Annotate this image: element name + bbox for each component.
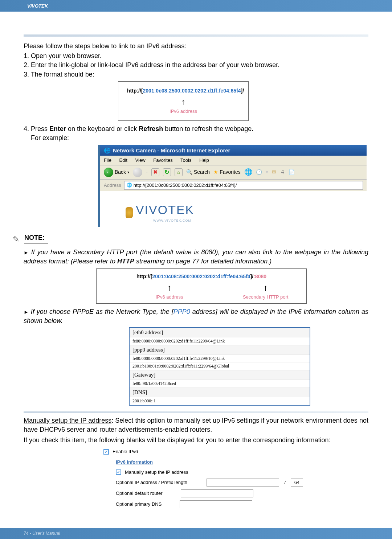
accent-line [24,411,368,413]
optional-router-label: Optional default router [116,490,163,497]
back-arrow-icon: ← [104,168,113,177]
address-label: Address [104,182,121,189]
step-2: 2. Enter the link-global or link-local I… [24,61,368,70]
ppp0-value-1: fe80:0000:0000:0000:0202:d1ff:fe11:2299/… [130,355,310,363]
vivotek-logo-icon [126,207,133,218]
eth0-label: [eth0 address] [130,328,310,337]
ipv6-info-section-title: IPv6 information [116,459,303,465]
url-suffix: / [242,88,244,94]
intro-text: Please follow the steps below to link to… [24,42,368,51]
ie-address-bar: Address 🌐 http://[2001:0c08:2500:0002:02… [100,180,367,191]
ie-menu-favorites[interactable]: Favorites [153,157,172,163]
ipv6-form: ✔ Enable IPv6 IPv6 information ✔ Manuall… [103,447,303,510]
ie-address-input[interactable]: 🌐 http://[2001:0c08:2500:0002:0202:d1ff:… [124,181,363,190]
dns-label: [DNS] [130,388,310,397]
secondary-port: 8080 [255,274,266,279]
ie-stop-button[interactable]: ✖ [151,168,159,176]
url-label-ipv6: IPv6 address [127,108,240,115]
refresh-icon: ↻ [164,168,169,176]
ie-refresh-button[interactable]: ↻ [163,168,171,176]
gateway-value: fe80::90:1a00:4142:8ced [130,380,310,388]
manual-setup-checkbox[interactable]: ✔ [116,469,121,475]
url-format-box: http://[2001:0c08:2500:0002:0202:d1ff:fe… [118,81,249,121]
enable-ipv6-label: Enable IPv6 [113,448,138,455]
step-4: 4. Press Enter on the keyboard or click … [24,124,368,134]
up-arrow-icon: ↑ [233,282,298,294]
pencil-icon: ✎ [13,234,21,243]
ie-media-button[interactable]: 🌐 [244,168,252,177]
ie-screenshot: 🌐Network Camera - Microsoft Internet Exp… [98,145,367,227]
optional-dns-label: Optional primary DNS [116,501,162,508]
prefix-length-input[interactable]: 64 [291,479,303,487]
ie-menu-edit[interactable]: Edit [119,157,127,163]
note-item-1: ► If you have a Secondary HTTP port (the… [24,248,368,266]
ie-search-button[interactable]: 🔍Search [186,169,210,176]
star-icon: ★ [213,169,218,176]
eth0-value: fe80:0000:0000:0000:0202:d1ff:fe11:2299/… [130,337,310,345]
stop-icon: ✖ [153,169,158,176]
optional-ip-input[interactable] [207,479,279,487]
ie-address-value: http://[2001:0c08:2500:0002:0202:d1ff:fe… [134,182,237,189]
url2-label-right: Secondary HTTP port [233,294,298,300]
manual-setup-label: Manually setup the IP address [125,469,188,476]
ie-app-icon: 🌐 [104,147,111,153]
ie-title-text: Network Camera - Microsoft Internet Expl… [113,147,230,153]
ie-forward-button[interactable] [133,168,142,177]
url-format-box-secondary: http://[2001:0c08:2500:0002:0202:d1ff:fe… [96,268,307,304]
ie-menu-file[interactable]: File [104,157,111,163]
page-footer: 74 - User's Manual [0,528,392,539]
ie-favorites-button[interactable]: ★Favorites [213,169,241,176]
dns-value: 2001:b000::1 [130,397,310,405]
ie-menu-tools[interactable]: Tools [180,157,191,163]
ipv6-info-table: [eth0 address] fe80:0000:0000:0000:0202:… [129,327,310,406]
gateway-label: [Gateway] [130,370,310,380]
ie-menubar: File Edit View Favorites Tools Help [100,156,367,165]
brand-header: VIVOTEK [27,3,48,9]
ie-toolbar: ← Back ▾ - ✖ ↻ ⌂ 🔍Search ★Favorites 🌐 🕑 … [100,165,367,180]
ppp0-label: [ppp0 address] [130,345,310,355]
optional-router-input[interactable] [181,489,253,497]
search-icon: 🔍 [186,169,192,176]
note-label: NOTE: [24,233,48,243]
accent-line [24,34,368,37]
page-icon: 🌐 [127,182,132,188]
step-1: 1. Open your web browser. [24,52,368,61]
ie-menu-view[interactable]: View [135,157,146,163]
step-3: 3. The format should be: [24,70,368,79]
url2-label-left: IPv6 address [105,294,233,300]
url-ipv6-addr: 2001:0c08:2500:0002:0202:d1ff:fe04:65f4 [143,88,241,94]
optional-ip-label: Optional IP address / Prefix length [116,479,187,486]
ie-history-button[interactable]: 🕑 [256,169,262,176]
url-prefix: http:// [127,88,141,94]
for-example: For example: [24,134,368,143]
manual-setup-para: Manually setup the IP address: Select th… [24,416,368,434]
note-item-2: ► If you choose PPPoE as the Network Typ… [24,307,368,325]
ie-content-area: VIVOTEK WWW.VIVOTEK.COM [100,191,367,227]
ie-menu-help[interactable]: Help [199,157,209,163]
ie-print-button[interactable]: 🖨 [280,169,285,176]
vivotek-logo-text: VIVOTEK [136,201,194,219]
home-icon: ⌂ [177,169,180,176]
optional-dns-input[interactable] [180,500,252,508]
ppp0-value-2: 2001:b100:01c0:0002:0202:d1ff:fe11:2299/… [130,362,310,370]
ie-home-button[interactable]: ⌂ [175,168,183,176]
ie-mail-button[interactable]: ✉ [272,169,276,176]
ie-edit-button[interactable]: 📄 [289,169,295,176]
check-item-para: If you check this item, the following bl… [24,436,368,445]
vivotek-url: WWW.VIVOTEK.COM [153,218,363,223]
up-arrow-icon: ↑ [127,96,240,108]
note-heading: ✎ NOTE: [13,232,368,245]
url2-ipv6-addr: 2001:0c08:2500:0002:0202:d1ff:fe04:65f4 [152,274,250,279]
prefix-slash: / [284,479,286,486]
up-arrow-icon: ↑ [105,282,233,294]
ie-back-button[interactable]: ← Back ▾ [104,168,129,177]
enable-ipv6-checkbox[interactable]: ✔ [103,449,109,455]
footer-text: 74 - User's Manual [24,531,60,536]
